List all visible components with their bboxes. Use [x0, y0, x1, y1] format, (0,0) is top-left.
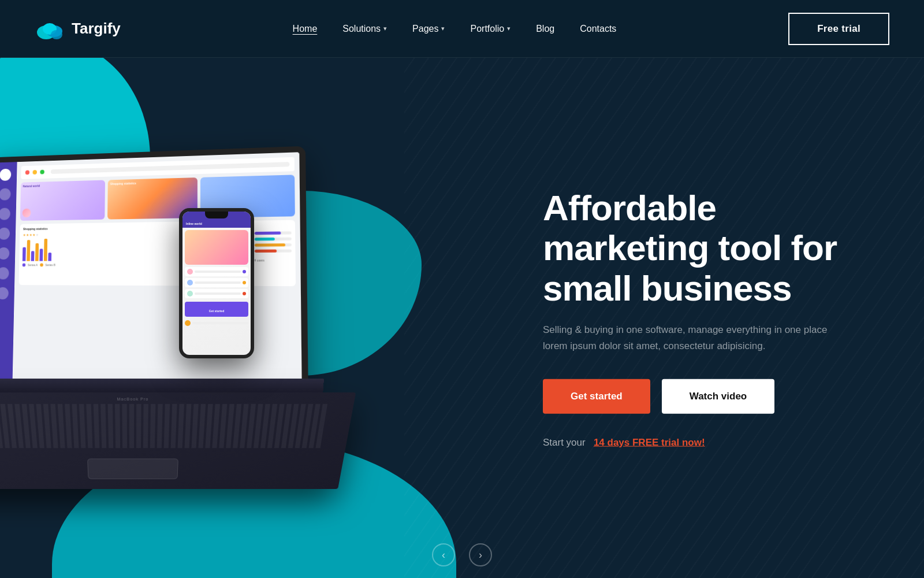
laptop-keyboard: MacBook Pro [0, 392, 356, 489]
nav-solutions[interactable]: Solutions ▾ [342, 24, 387, 34]
app-card-1: Natural world [20, 180, 106, 221]
header: Targify Home Solutions ▾ Pages ▾ Portfol… [0, 0, 924, 58]
hero-buttons: Get started Watch video [543, 379, 878, 413]
watch-video-button[interactable]: Watch video [662, 379, 775, 413]
brand-name: Targify [72, 20, 121, 38]
sidebar-item [0, 169, 11, 181]
sidebar-item [0, 208, 10, 220]
phone-list-item [185, 289, 248, 298]
app-cards-row: Natural world Shopping statistics [20, 175, 295, 221]
sidebar-item [0, 247, 9, 260]
app-main-content: Natural world Shopping statistics [12, 152, 301, 394]
carousel-prev-button[interactable]: ‹ [432, 543, 455, 566]
phone-hero-card [185, 230, 248, 265]
nav-blog[interactable]: Blog [536, 24, 554, 34]
phone-mockup: Inline world [179, 208, 254, 358]
macbook-label: MacBook Pro [117, 397, 148, 401]
hero-section: Natural world Shopping statistics [0, 58, 924, 578]
trial-prefix-text: Start your [543, 436, 586, 447]
hero-title: Affordable marketing tool for small busi… [543, 188, 878, 308]
sidebar-item [0, 267, 9, 279]
keyboard-keys [0, 404, 330, 448]
laptop-screen: Natural world Shopping statistics [0, 146, 308, 401]
main-nav: Home Solutions ▾ Pages ▾ Portfolio ▾ Blo… [293, 24, 617, 34]
nav-contacts[interactable]: Contacts [580, 24, 616, 34]
logo-icon [35, 16, 65, 42]
phone-list-item [185, 267, 248, 276]
nav-home[interactable]: Home [293, 24, 318, 34]
nav-pages[interactable]: Pages ▾ [412, 24, 445, 34]
carousel-controls: ‹ › [432, 543, 492, 566]
trial-link[interactable]: 14 days FREE trial now! [594, 436, 705, 447]
devices-area: Natural world Shopping statistics [0, 92, 404, 566]
phone-screen: Inline world [182, 212, 251, 355]
chevron-down-icon: ▾ [383, 25, 387, 32]
free-trial-button[interactable]: Free trial [788, 13, 889, 45]
sidebar-item [0, 188, 10, 201]
nav-portfolio[interactable]: Portfolio ▾ [470, 24, 511, 34]
get-started-button[interactable]: Get started [543, 379, 650, 413]
svg-point-3 [51, 30, 62, 39]
trackpad [87, 458, 178, 479]
phone-notch [205, 212, 228, 218]
app-bottom-section: Shopping statistics ★ ★ ★ ★ ★ [18, 220, 296, 287]
hero-trial: Start your 14 days FREE trial now! [543, 436, 878, 448]
sidebar-item [0, 287, 8, 299]
hero-subtitle: Selling & buying in one software, manage… [543, 322, 832, 353]
chevron-down-icon: ▾ [441, 25, 445, 32]
phone-list-item [185, 278, 248, 287]
sidebar-item [0, 228, 10, 240]
chevron-down-icon: ▾ [507, 25, 511, 32]
phone-content: Get started [182, 228, 251, 328]
hero-content: Affordable marketing tool for small busi… [543, 188, 878, 449]
logo-area: Targify [35, 16, 121, 42]
carousel-next-button[interactable]: › [469, 543, 492, 566]
